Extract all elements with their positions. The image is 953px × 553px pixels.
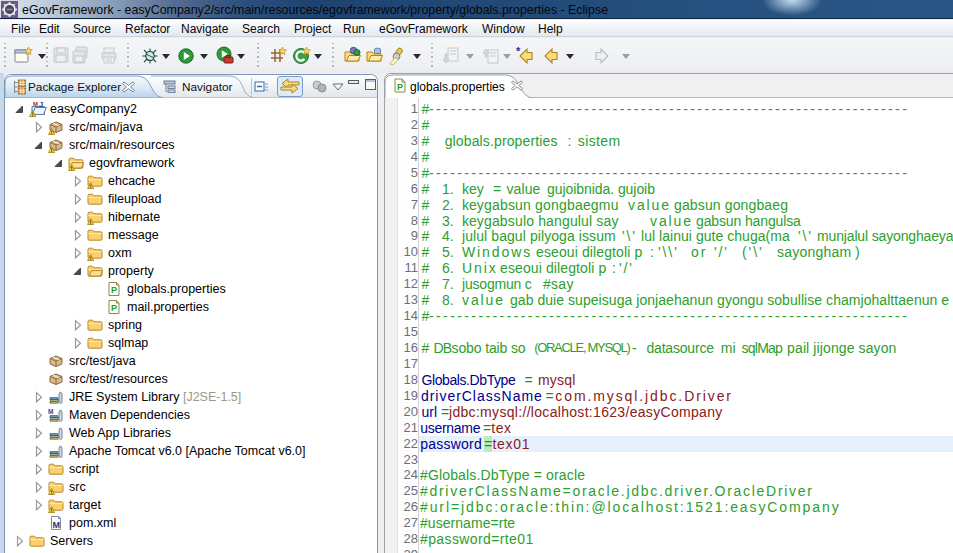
svg-text:P: P [111,285,117,295]
svg-text:P: P [111,303,117,313]
svg-text:M: M [53,520,61,530]
svg-text:M: M [48,408,53,415]
svg-text:P: P [397,82,403,92]
svg-text:M: M [33,101,38,107]
svg-text:J: J [39,101,43,109]
